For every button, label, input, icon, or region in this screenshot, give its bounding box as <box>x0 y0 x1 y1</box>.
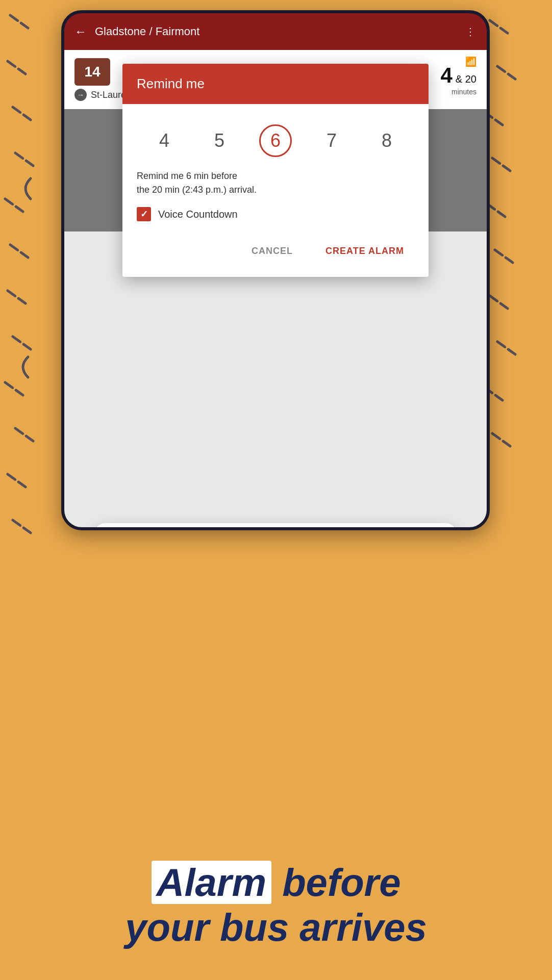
svg-line-15 <box>492 158 510 171</box>
voice-countdown-label: Voice Countdown <box>158 209 238 220</box>
remind-me-dialog: Remind me 4 5 6 7 8 <box>122 64 429 277</box>
bus-times: 4 & 20 minutes <box>440 63 476 96</box>
svg-line-10 <box>8 474 26 487</box>
svg-line-16 <box>487 204 505 217</box>
secondary-arrival-time: & 20 <box>456 73 476 85</box>
gray-area: OC Transpo Remind me 4 5 6 <box>64 109 487 231</box>
svg-line-13 <box>497 66 515 79</box>
notification-card: 14 - Arrival • 5m Arriving in 6 minutes.… <box>95 523 456 530</box>
modal-body: 4 5 6 7 8 Remind me 6 min before the 20 … <box>122 104 429 277</box>
alarm-highlight: Alarm <box>152 861 271 904</box>
picker-num-6-selected[interactable]: 6 <box>259 124 292 157</box>
before-word: before <box>282 861 400 904</box>
page-title: Gladstone / Fairmont <box>95 25 457 38</box>
direction-icon: → <box>74 89 87 101</box>
bottom-text-line1: Alarm before <box>0 860 552 905</box>
picker-num-5[interactable]: 5 <box>204 130 235 151</box>
app-header: ← Gladstone / Fairmont ⋮ <box>64 13 487 50</box>
back-button[interactable]: ← <box>74 24 87 39</box>
svg-line-21 <box>492 433 510 446</box>
modal-overlay: Remind me 4 5 6 7 8 <box>64 109 487 231</box>
bus-number-badge: 14 <box>74 58 110 86</box>
bus-arrives-text: your bus arrives <box>125 906 426 949</box>
modal-header: Remind me <box>122 64 429 104</box>
cancel-button[interactable]: CANCEL <box>243 240 301 263</box>
svg-line-1 <box>8 61 26 74</box>
time-unit-label: minutes <box>440 88 476 96</box>
svg-line-8 <box>5 382 23 395</box>
create-alarm-button[interactable]: CREATE ALARM <box>317 240 412 263</box>
wifi-icon: 📶 <box>465 56 476 67</box>
picker-num-7[interactable]: 7 <box>316 130 347 151</box>
menu-icon[interactable]: ⋮ <box>465 25 476 38</box>
bottom-text-line2: your bus arrives <box>0 905 552 949</box>
svg-line-6 <box>8 291 26 303</box>
svg-line-7 <box>13 337 31 349</box>
svg-line-0 <box>10 15 28 28</box>
picker-num-4[interactable]: 4 <box>149 130 180 151</box>
voice-countdown-row: ✓ Voice Countdown <box>137 207 414 221</box>
checkmark-icon: ✓ <box>140 209 148 220</box>
voice-countdown-checkbox[interactable]: ✓ <box>137 207 151 221</box>
modal-actions: CANCEL CREATE ALARM <box>137 236 414 265</box>
phone-frame: ← Gladstone / Fairmont ⋮ 14 → St-Laurent… <box>61 10 490 530</box>
svg-line-4 <box>5 199 23 212</box>
bottom-section: Alarm before your bus arrives <box>0 860 552 949</box>
svg-line-5 <box>10 245 28 257</box>
svg-line-9 <box>15 428 33 441</box>
svg-line-17 <box>495 250 513 263</box>
next-arrival-time: 4 <box>440 63 452 88</box>
number-picker: 4 5 6 7 8 <box>137 116 414 169</box>
reminder-text: Remind me 6 min before the 20 min (2:43 … <box>137 169 414 197</box>
svg-line-12 <box>490 20 508 33</box>
app-content: 14 → St-Laurent 4 & 20 minutes 📶 OC Tran… <box>64 50 487 527</box>
svg-line-2 <box>13 107 31 120</box>
modal-title: Remind me <box>137 76 414 92</box>
picker-num-8[interactable]: 8 <box>371 130 402 151</box>
svg-line-11 <box>13 520 31 533</box>
svg-line-3 <box>15 153 33 166</box>
svg-line-19 <box>497 342 515 354</box>
svg-line-18 <box>490 296 508 308</box>
